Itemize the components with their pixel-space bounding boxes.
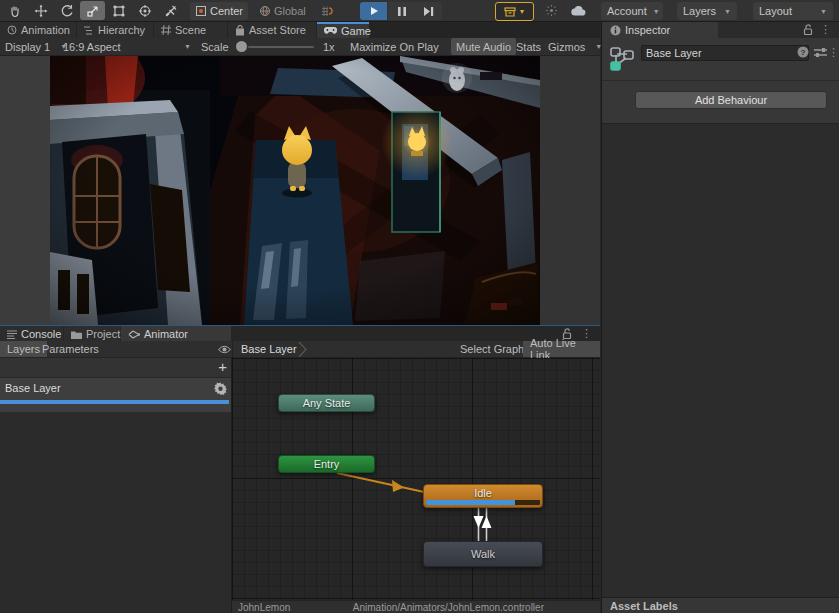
inspector-divider — [602, 80, 839, 81]
state-node-walk[interactable]: Walk — [423, 541, 543, 567]
presets-icon[interactable] — [814, 47, 827, 58]
play-button[interactable] — [360, 2, 387, 20]
collab-button[interactable]: ▼ — [495, 2, 534, 21]
tab-scene[interactable]: Scene — [154, 22, 227, 38]
idle-to-walk-arrow[interactable] — [474, 516, 484, 528]
toolbar-divider — [232, 341, 233, 358]
gear-icon[interactable] — [214, 382, 227, 395]
breadcrumb-chevron-icon — [298, 342, 308, 357]
grid-snap-icon — [320, 4, 334, 18]
shopping-bag-icon — [235, 25, 245, 36]
stats-toggle[interactable]: Stats — [511, 38, 546, 55]
tab-hierarchy-label: Hierarchy — [98, 24, 145, 36]
select-graph-button[interactable]: Select Graph — [453, 341, 531, 357]
pivot-mode-label: Center — [210, 5, 243, 17]
move-tool-button[interactable] — [28, 1, 53, 20]
transform-tool-button[interactable] — [132, 1, 157, 20]
step-button[interactable] — [415, 2, 442, 20]
info-icon — [610, 25, 621, 36]
inspector-menu-icon[interactable]: ⋮ — [820, 23, 831, 36]
layer-menu-icon[interactable]: ⋮ — [828, 46, 839, 59]
custom-tools-button[interactable] — [158, 1, 183, 20]
space-mode-label: Global — [274, 5, 306, 17]
eye-icon[interactable] — [218, 345, 231, 354]
layer-header-row: ? ⋮ — [602, 38, 839, 80]
aspect-caret-icon: ▼ — [184, 43, 191, 50]
entry-transition-arrow — [392, 480, 404, 492]
help-icon[interactable]: ? — [797, 46, 809, 58]
view-tab-bar: Animation Hierarchy Scene Asset Store Ga… — [0, 22, 600, 38]
layout-caret-icon: ▼ — [820, 8, 827, 15]
layer-name: Base Layer — [5, 382, 61, 394]
pause-button[interactable] — [388, 2, 415, 20]
account-dropdown[interactable]: Account ▼ — [601, 2, 663, 20]
tab-console[interactable]: Console — [0, 326, 63, 342]
hand-tool-button[interactable] — [2, 1, 27, 20]
rect-tool-button[interactable] — [106, 1, 131, 20]
scale-value: 1x — [318, 38, 340, 55]
tab-scene-label: Scene — [175, 24, 206, 36]
wrench-icon — [164, 4, 178, 18]
aspect-label: 16:9 Aspect — [63, 41, 121, 53]
space-mode-button[interactable]: Global — [254, 2, 311, 20]
animator-icon — [128, 330, 140, 339]
scale-icon — [86, 4, 100, 18]
scene-grid-icon — [161, 25, 171, 35]
inspector-panel: Inspector ⋮ ? ⋮ Add Behaviour — [601, 22, 839, 613]
account-caret-icon: ▼ — [653, 8, 660, 15]
state-node-any-state[interactable]: Any State — [278, 394, 375, 412]
parameters-tab-button[interactable]: Parameters — [35, 341, 106, 357]
tab-animator[interactable]: Animator — [121, 326, 231, 342]
pivot-center-icon — [195, 5, 207, 17]
cloud-icon — [571, 6, 586, 16]
gizmos-dropdown[interactable]: Gizmos ▼ — [543, 38, 607, 55]
clock-icon — [7, 25, 17, 35]
state-node-entry[interactable]: Entry — [278, 455, 375, 473]
add-behaviour-button[interactable]: Add Behaviour — [635, 91, 827, 109]
status-object-name: JohnLemon — [238, 602, 290, 613]
scale-slider-track[interactable] — [248, 46, 314, 48]
tab-game[interactable]: Game — [317, 22, 369, 38]
layer-weight-bar[interactable] — [0, 400, 229, 404]
layout-label: Layout — [759, 5, 792, 17]
add-layer-button[interactable]: + — [218, 358, 227, 376]
layer-row-base-layer[interactable]: Base Layer — [0, 378, 231, 412]
breadcrumb[interactable]: Base Layer — [234, 341, 304, 357]
inspector-lock-icon[interactable] — [803, 24, 813, 35]
layout-dropdown[interactable]: Layout ▼ — [753, 2, 833, 20]
main-area: Animation Hierarchy Scene Asset Store Ga… — [0, 22, 600, 613]
walk-to-idle-arrow[interactable] — [482, 516, 492, 528]
account-label: Account — [607, 5, 647, 17]
aspect-dropdown[interactable]: 16:9 Aspect ▼ — [58, 38, 196, 55]
scale-tool-button[interactable] — [80, 1, 105, 20]
scale-slider-knob[interactable] — [236, 41, 247, 52]
rotate-tool-button[interactable] — [54, 1, 79, 20]
layer-name-field[interactable] — [641, 45, 809, 61]
viewport-letterbox-left — [0, 56, 50, 325]
display-label: Display 1 — [5, 41, 50, 53]
tab-animation[interactable]: Animation — [0, 22, 76, 38]
pivot-mode-button[interactable]: Center — [190, 2, 248, 20]
play-icon — [369, 6, 379, 16]
state-node-idle[interactable]: Idle — [423, 484, 543, 508]
layers-dropdown[interactable]: Layers ▼ — [677, 2, 737, 20]
collab-caret-icon: ▼ — [519, 8, 526, 15]
progress-activity-button[interactable] — [540, 1, 562, 20]
auto-live-link-toggle[interactable]: Auto Live Link — [523, 341, 600, 357]
grid-snap-button[interactable] — [314, 1, 339, 20]
game-scene — [50, 56, 540, 325]
tab-inspector-label: Inspector — [625, 24, 670, 36]
mute-audio-toggle[interactable]: Mute Audio — [451, 38, 516, 55]
tab-project[interactable]: Project — [64, 326, 120, 342]
asset-labels-section[interactable]: Asset Labels — [602, 597, 839, 613]
pause-icon — [398, 7, 406, 16]
tab-hierarchy[interactable]: Hierarchy — [77, 22, 153, 38]
cloud-button[interactable] — [565, 1, 591, 20]
maximize-on-play-toggle[interactable]: Maximize On Play — [345, 38, 444, 55]
tab-inspector[interactable]: Inspector — [602, 22, 718, 38]
state-machine-graph[interactable]: Any State Entry Idle Walk JohnLemon Anim… — [232, 358, 600, 613]
collab-archive-icon — [504, 7, 516, 17]
gamepad-icon — [324, 27, 337, 35]
tab-asset-store[interactable]: Asset Store — [228, 22, 316, 38]
hierarchy-icon — [84, 26, 94, 35]
